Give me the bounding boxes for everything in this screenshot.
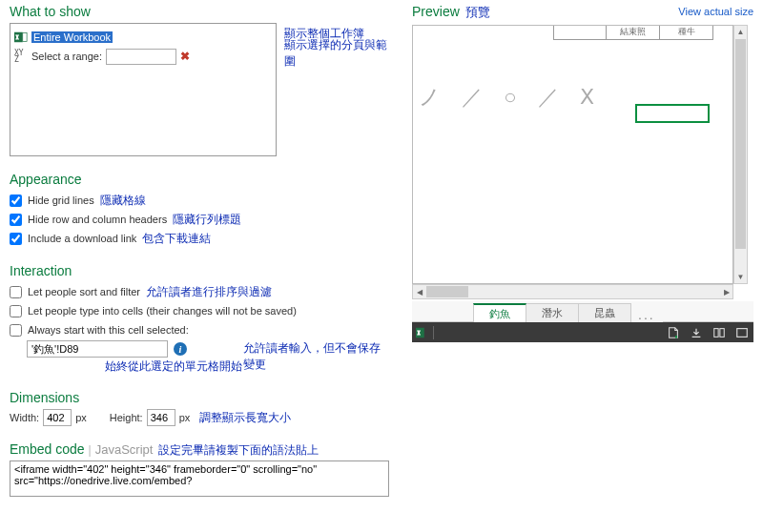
select-range-row[interactable]: XYZ Select a range: ✖ — [14, 47, 272, 66]
scroll-down-icon[interactable]: ▼ — [734, 271, 747, 283]
annot-headers: 隱藏行列標題 — [173, 212, 241, 228]
svg-rect-4 — [720, 328, 724, 337]
width-px: px — [75, 412, 87, 423]
appearance-header: Appearance — [10, 172, 391, 187]
excel-icon — [14, 31, 28, 44]
always-start-checkbox[interactable] — [10, 324, 22, 337]
annot-type: 允許讀者輸入，但不會保存變更 — [243, 341, 381, 371]
scroll-up-icon[interactable]: ▲ — [734, 26, 747, 38]
start-cell-input[interactable] — [27, 340, 168, 358]
sheet-header-cell: 結束照 — [607, 25, 660, 40]
hide-grid-checkbox[interactable] — [10, 194, 22, 207]
select-range-label: Select a range: — [31, 51, 102, 62]
always-start-label: Always start with this cell selected: — [28, 324, 189, 336]
svg-rect-5 — [737, 328, 748, 337]
svg-rect-3 — [714, 328, 718, 337]
embed-header: Embed code — [10, 441, 85, 457]
range-input[interactable] — [106, 49, 176, 65]
hide-headers-checkbox[interactable] — [10, 214, 22, 226]
annot-embed: 設定完畢請複製下面的語法貼上 — [158, 442, 319, 459]
what-to-show-header: What to show — [10, 4, 391, 19]
annot-sort: 允許讀者進行排序與過濾 — [146, 284, 272, 300]
interaction-header: Interaction — [10, 263, 391, 278]
scroll-left-icon[interactable]: ◀ — [413, 285, 425, 298]
annot-dim: 調整顯示長寬大小 — [199, 410, 291, 426]
annot-grid: 隱藏格線 — [100, 193, 146, 209]
hscroll-thumb[interactable] — [426, 286, 468, 297]
hide-grid-label: Hide grid lines — [28, 194, 94, 206]
width-label: Width: — [10, 412, 39, 423]
download-link-label: Include a download link — [28, 233, 136, 244]
annot-dl: 包含下載連結 — [142, 231, 211, 247]
preview-cn: 預覽 — [465, 4, 490, 21]
excel-logo-icon[interactable] — [412, 322, 433, 342]
info-icon[interactable]: i — [174, 342, 187, 356]
what-to-show-box: Entire Workbook XYZ Select a range: ✖ — [10, 23, 277, 156]
range-icon: XYZ — [14, 50, 28, 63]
preview-bottombar — [412, 322, 753, 342]
vertical-scrollbar[interactable]: ▲ ▼ — [733, 25, 748, 284]
embed-js-tab[interactable]: JavaScript — [95, 442, 154, 457]
sheet-tabstrip: 釣魚 潛水 昆蟲 ... — [412, 301, 753, 322]
height-input[interactable] — [147, 409, 175, 426]
view-mode-icon[interactable] — [708, 322, 731, 342]
download-link-checkbox[interactable] — [10, 233, 22, 245]
new-sheet-icon[interactable] — [662, 322, 685, 342]
svg-rect-0 — [14, 32, 23, 43]
horizontal-scrollbar[interactable]: ◀ ▶ — [412, 284, 733, 299]
sort-filter-checkbox[interactable] — [10, 286, 22, 298]
sheet-tab-1[interactable]: 釣魚 — [473, 303, 526, 322]
selected-cell-outline — [635, 104, 710, 123]
clear-range-icon[interactable]: ✖ — [180, 50, 190, 63]
type-cells-label: Let people type into cells (their change… — [28, 305, 297, 317]
preview-frame: 結束照 種牛 ノ ／ ○ ／ Ⅹ ▲ ▼ ◀ ▶ — [412, 25, 748, 299]
annot-start: 始終從此選定的單元格開始 — [105, 359, 242, 373]
height-px: px — [179, 412, 191, 423]
vscroll-thumb[interactable] — [735, 39, 746, 249]
embed-divider: | — [89, 443, 92, 457]
view-actual-link[interactable]: View actual size — [678, 6, 753, 17]
preview-content[interactable]: 結束照 種牛 ノ ／ ○ ／ Ⅹ — [412, 25, 733, 284]
hide-headers-label: Hide row and column headers — [28, 214, 167, 225]
download-icon[interactable] — [685, 322, 708, 342]
preview-faint-text: ノ ／ ○ ／ Ⅹ — [419, 83, 602, 112]
sheet-tab-3[interactable]: 昆蟲 — [578, 303, 631, 322]
svg-rect-1 — [23, 33, 27, 42]
svg-rect-2 — [416, 327, 424, 338]
dimensions-header: Dimensions — [10, 390, 391, 405]
sort-filter-label: Let people sort and filter — [28, 286, 140, 297]
sheet-tab-2[interactable]: 潛水 — [526, 303, 579, 322]
entire-workbook-label: Entire Workbook — [31, 31, 113, 43]
height-label: Height: — [110, 412, 143, 423]
sheet-header-row: 結束照 種牛 — [553, 25, 713, 40]
annot-range: 顯示選擇的分頁與範圍 — [284, 37, 391, 70]
sheet-header-cell: 種牛 — [660, 25, 713, 40]
fullscreen-icon[interactable] — [731, 322, 753, 342]
embed-code-textarea[interactable] — [10, 460, 389, 497]
scroll-right-icon[interactable]: ▶ — [720, 285, 732, 298]
entire-workbook-row[interactable]: Entire Workbook — [14, 28, 272, 47]
width-input[interactable] — [43, 409, 72, 426]
sheet-tab-more[interactable]: ... — [630, 307, 663, 322]
preview-header: Preview — [412, 4, 460, 19]
type-cells-checkbox[interactable] — [10, 305, 22, 317]
sheet-header-cell — [553, 25, 607, 40]
